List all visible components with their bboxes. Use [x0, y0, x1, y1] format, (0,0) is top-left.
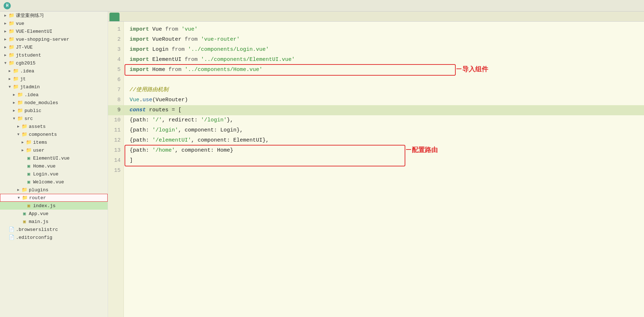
icon-vue-shopping-server: 📁 — [9, 36, 14, 42]
code-line-15 — [124, 166, 644, 176]
line-num-9: 9 — [108, 105, 123, 115]
sidebar-item-src[interactable]: 📁src — [0, 115, 108, 122]
label-browserslistrc: .browserslistrc — [16, 227, 58, 232]
arrow-vue-shopping-server[interactable] — [3, 37, 8, 42]
line-num-6: 6 — [108, 75, 123, 85]
sidebar-item-vue-elementui[interactable]: 📁VUE-ElementUI — [0, 27, 108, 35]
sidebar-item-welcome-vue[interactable]: ▣Welcome.vue — [0, 178, 108, 186]
icon-idea2: 📁 — [17, 92, 23, 98]
token-plain: . — [139, 97, 143, 103]
line-num-8: 8 — [108, 95, 123, 105]
sidebar-item-plugins[interactable]: 📁plugins — [0, 186, 108, 194]
sidebar: 📁课堂案例练习📁vue📁VUE-ElementUI📁vue-shopping-s… — [0, 12, 108, 317]
token-kw-from: from — [172, 46, 185, 53]
icon-home-vue: ▣ — [26, 163, 32, 169]
code-lines: import Vue from 'vue'import VueRouter fr… — [124, 22, 644, 317]
sidebar-item-jtadmin[interactable]: 📁jtadmin — [0, 83, 108, 91]
tab-bar — [108, 12, 644, 22]
sidebar-item-cgb2015[interactable]: 📁cgb2015 — [0, 59, 108, 67]
arrow-node_modules[interactable] — [12, 100, 17, 105]
arrow-jtadmin[interactable] — [7, 84, 12, 89]
token-plain: ] — [130, 157, 133, 164]
icon-src: 📁 — [17, 116, 23, 121]
sidebar-item-classroom[interactable]: 📁课堂案例练习 — [0, 12, 108, 19]
arrow-items[interactable] — [20, 140, 25, 145]
sidebar-item-components[interactable]: 📁components — [0, 130, 108, 138]
icon-vue-elementui: 📁 — [9, 28, 14, 34]
sidebar-item-jtstudent[interactable]: 📁jtstudent — [0, 51, 108, 59]
arrow-vue-elementui[interactable] — [3, 29, 8, 34]
icon-editorconfig: 📄 — [9, 235, 14, 240]
icon-cgb2015: 📁 — [9, 60, 14, 66]
code-line-7: //使用路由机制 — [124, 85, 644, 95]
arrow-public[interactable] — [12, 108, 17, 113]
token-plain: , redirect: — [162, 117, 201, 123]
sidebar-item-jt-vue[interactable]: 📁JT-VUE — [0, 43, 108, 51]
sidebar-item-vue-shopping-server[interactable]: 📁vue-shopping-server — [0, 35, 108, 43]
label-classroom: 课堂案例练习 — [16, 12, 44, 19]
sidebar-item-assets[interactable]: 📁assets — [0, 122, 108, 130]
label-app-vue: App.vue — [29, 211, 49, 216]
arrow-jt-vue[interactable] — [3, 45, 8, 50]
icon-welcome-vue: ▣ — [26, 179, 32, 185]
token-plain: , component: Login}, — [178, 127, 243, 133]
token-kw-import: import — [130, 36, 149, 43]
code-area: 123456789101112131415 import Vue from 'v… — [108, 22, 644, 317]
arrow-src[interactable] — [12, 116, 17, 121]
token-kw-from: from — [165, 26, 178, 32]
token-kw-from: from — [185, 36, 198, 43]
token-plain: {path: — [130, 127, 152, 133]
sidebar-item-main-js[interactable]: ▣main.js — [0, 218, 108, 226]
sidebar-item-elementui-vue[interactable]: ▣ElementUI.vue — [0, 154, 108, 162]
sidebar-item-home-vue[interactable]: ▣Home.vue — [0, 162, 108, 170]
sidebar-item-vue[interactable]: 📁vue — [0, 19, 108, 27]
token-kw-import: import — [130, 67, 149, 73]
sidebar-item-idea2[interactable]: 📁.idea — [0, 91, 108, 99]
token-plain — [198, 36, 201, 43]
sidebar-item-browserslistrc[interactable]: 📄.browserslistrc — [0, 226, 108, 233]
token-kw-import: import — [130, 26, 149, 32]
arrow-idea[interactable] — [7, 68, 12, 73]
token-id-teal: Vue — [130, 97, 139, 103]
code-line-4: import ElementUI from '../components/Ele… — [124, 55, 644, 65]
label-welcome-vue: Welcome.vue — [33, 179, 64, 185]
arrow-jtstudent[interactable] — [3, 53, 8, 58]
arrow-idea2[interactable] — [12, 92, 17, 97]
arrow-classroom[interactable] — [3, 13, 8, 18]
arrow-plugins[interactable] — [16, 187, 21, 192]
sidebar-item-login-vue[interactable]: ▣Login.vue — [0, 170, 108, 178]
sidebar-item-user[interactable]: 📁user — [0, 146, 108, 154]
sidebar-item-editorconfig[interactable]: 📄.editorconfig — [0, 233, 108, 241]
code-line-10: {path: '/', redirect: '/login'}, — [124, 115, 644, 125]
icon-login-vue: ▣ — [26, 171, 32, 177]
icon-jtadmin: 📁 — [13, 84, 19, 90]
token-id-blue: use — [143, 97, 152, 103]
sidebar-item-jt[interactable]: 📁jt — [0, 75, 108, 83]
arrow-vue[interactable] — [3, 21, 8, 26]
token-plain: Login — [149, 46, 172, 53]
label-editorconfig: .editorconfig — [16, 235, 52, 240]
sidebar-item-index-js[interactable]: ▣index.js — [0, 202, 108, 210]
icon-plugins: 📁 — [22, 187, 27, 193]
token-str-green: '../components/ElementUI.vue' — [201, 57, 295, 63]
sidebar-item-items[interactable]: 📁items — [0, 138, 108, 146]
sidebar-item-idea[interactable]: 📁.idea — [0, 67, 108, 75]
sidebar-item-app-vue[interactable]: ▣App.vue — [0, 210, 108, 218]
sidebar-item-router[interactable]: 📁router — [0, 194, 108, 202]
icon-main-js: ▣ — [22, 219, 27, 224]
token-plain: VueRouter — [149, 36, 185, 43]
arrow-assets[interactable] — [16, 124, 21, 129]
sidebar-item-public[interactable]: 📁public — [0, 107, 108, 115]
token-comment: //使用路由机制 — [130, 87, 168, 93]
arrow-jt[interactable] — [7, 76, 12, 81]
token-plain — [181, 67, 185, 73]
arrow-router[interactable] — [16, 195, 21, 200]
arrow-cgb2015[interactable] — [3, 61, 8, 66]
arrow-components[interactable] — [16, 132, 21, 137]
code-editor[interactable]: 123456789101112131415 import Vue from 'v… — [108, 22, 644, 317]
arrow-user[interactable] — [20, 148, 25, 153]
sidebar-item-node_modules[interactable]: 📁node_modules — [0, 99, 108, 107]
tab-index-js[interactable] — [109, 13, 120, 21]
token-plain: ElementUI — [149, 57, 185, 63]
code-line-12: {path: '/elementUI', component: ElementU… — [124, 135, 644, 146]
